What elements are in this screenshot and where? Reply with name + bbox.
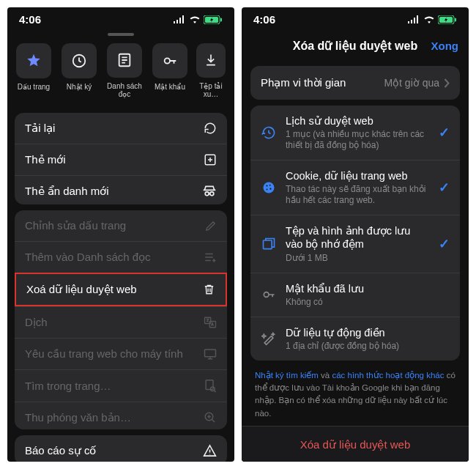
chevron-right-icon <box>444 78 450 88</box>
wifi-icon <box>423 15 435 23</box>
right-screenshot: 4:06 Xóa dữ liệu duyệt web Xong Phạm vi … <box>242 7 469 462</box>
quick-bookmark[interactable]: Dấu trang <box>15 43 53 98</box>
quick-label: Mật khẩu <box>155 83 185 91</box>
menu-label: Thu phóng văn bản… <box>25 411 131 424</box>
history-icon <box>261 125 277 141</box>
signal-icon <box>174 15 186 23</box>
status-bar: 4:06 <box>242 7 469 29</box>
translate-icon <box>204 316 217 329</box>
row-passwords[interactable]: Mật khẩu đã lưu Không có <box>250 273 460 317</box>
svg-point-19 <box>266 185 267 187</box>
row-title: Mật khẩu đã lưu <box>286 282 450 295</box>
quick-label: Dấu trang <box>18 83 50 91</box>
key-icon <box>261 287 277 303</box>
time-range-value: Một giờ qua <box>384 77 439 89</box>
quick-label: Nhật ký <box>67 83 92 91</box>
status-time: 4:06 <box>19 13 41 26</box>
star-icon <box>26 53 42 69</box>
svg-point-7 <box>205 191 209 195</box>
sheet-handle[interactable] <box>108 33 134 36</box>
row-title: Cookie, dữ liệu trang web <box>286 169 430 182</box>
menu-group-1: Tải lại Thẻ mới Thẻ ẩn danh mới <box>15 113 227 205</box>
menu-group-2: Chỉnh sửa dấu trang Thêm vào Danh sách đ… <box>15 210 227 429</box>
row-subtitle: Dưới 1 MB <box>286 253 430 264</box>
signal-icon <box>408 15 420 23</box>
wifi-icon <box>189 15 201 23</box>
data-types-section: Lịch sử duyệt web 1 mục (và nhiều mục kh… <box>250 106 460 361</box>
clock-icon <box>71 53 87 69</box>
svg-rect-2 <box>220 18 222 21</box>
reload-icon <box>204 122 217 135</box>
menu-label: Tải lại <box>25 122 55 135</box>
menu-label: Báo cáo sự cố <box>25 444 96 457</box>
quick-history[interactable]: Nhật ký <box>60 43 98 98</box>
wand-icon <box>261 330 277 347</box>
quick-downloads[interactable]: Tệp tải xu… <box>196 43 226 98</box>
zoom-text-icon <box>204 411 217 424</box>
footnote: Nhật ký tìm kiếm và các hình thức hoạt đ… <box>242 361 469 424</box>
row-autofill[interactable]: Dữ liệu tự động điền 1 địa chỉ (được đồn… <box>250 317 460 361</box>
menu-translate[interactable]: Dịch <box>15 306 227 338</box>
warning-icon <box>203 444 217 457</box>
svg-point-8 <box>210 191 214 195</box>
footnote-link-2[interactable]: các hình thức hoạt động khác <box>332 371 444 380</box>
menu-request-desktop[interactable]: Yêu cầu trang web cho máy tính <box>15 338 227 369</box>
cookie-icon <box>261 180 277 196</box>
find-icon <box>204 379 217 393</box>
status-time: 4:06 <box>253 13 275 26</box>
row-cached[interactable]: Tệp và hình ảnh được lưu vào bộ nhớ đệm … <box>250 215 460 272</box>
menu-label: Thẻ mới <box>25 153 66 166</box>
svg-point-21 <box>267 189 268 191</box>
svg-rect-11 <box>205 350 216 357</box>
reading-list-icon <box>116 52 133 68</box>
monitor-icon <box>204 348 217 360</box>
quick-actions-row: Dấu trang Nhật ký Danh sách đọc Mật khẩu… <box>7 43 234 107</box>
menu-add-reading-list[interactable]: Thêm vào Danh sách đọc <box>15 241 227 273</box>
done-button[interactable]: Xong <box>431 40 459 52</box>
row-cookies[interactable]: Cookie, dữ liệu trang web Thao tác này s… <box>250 160 460 215</box>
quick-reading-list[interactable]: Danh sách đọc <box>105 43 144 98</box>
row-title: Tệp và hình ảnh được lưu vào bộ nhớ đệm <box>286 224 430 251</box>
time-range-section: Phạm vi thời gian Một giờ qua <box>250 66 460 100</box>
menu-new-tab[interactable]: Thẻ mới <box>15 144 227 175</box>
quick-label: Danh sách đọc <box>105 82 144 98</box>
row-subtitle: 1 địa chỉ (được đồng bộ hóa) <box>286 341 450 352</box>
pencil-icon <box>204 220 217 232</box>
menu-label: Chỉnh sửa dấu trang <box>25 219 126 232</box>
status-indicators <box>174 15 223 24</box>
time-range-row[interactable]: Phạm vi thời gian Một giờ qua <box>250 66 460 100</box>
battery-icon <box>204 15 223 24</box>
svg-point-5 <box>165 58 170 63</box>
plus-box-icon <box>204 153 217 166</box>
menu-label: Yêu cầu trang web cho máy tính <box>25 347 183 361</box>
svg-rect-23 <box>264 240 272 249</box>
row-subtitle: Thao tác này sẽ đăng xuất bạn khỏi hầu h… <box>286 184 430 206</box>
menu-reload[interactable]: Tải lại <box>15 113 227 144</box>
menu-text-zoom[interactable]: Thu phóng văn bản… <box>15 402 227 429</box>
menu-label: Xoá dữ liệu duyệt web <box>26 283 137 296</box>
row-subtitle: 1 mục (và nhiều mục khác trên các thiết … <box>286 129 430 151</box>
check-icon: ✓ <box>439 180 450 196</box>
action-bar: Xóa dữ liệu duyệt web <box>242 426 469 462</box>
quick-passwords[interactable]: Mật khẩu <box>151 43 189 98</box>
menu-edit-bookmark[interactable]: Chỉnh sửa dấu trang <box>15 210 227 241</box>
left-screenshot: 4:06 Dấu trang Nhật ký Danh sách đọc Mật… <box>7 7 234 462</box>
svg-point-24 <box>264 292 269 298</box>
svg-point-20 <box>269 185 271 186</box>
row-browsing-history[interactable]: Lịch sử duyệt web 1 mục (và nhiều mục kh… <box>250 106 460 160</box>
menu-new-incognito[interactable]: Thẻ ẩn danh mới <box>15 175 227 205</box>
footnote-link-1[interactable]: Nhật ký tìm kiếm <box>255 371 319 380</box>
menu-report-issue[interactable]: Báo cáo sự cố <box>15 435 227 462</box>
menu-label: Thêm vào Danh sách đọc <box>25 251 151 264</box>
svg-point-22 <box>269 188 271 190</box>
menu-clear-browsing-data[interactable]: Xoá dữ liệu duyệt web <box>15 273 227 306</box>
row-subtitle: Không có <box>286 297 450 308</box>
clear-data-button[interactable]: Xóa dữ liệu duyệt web <box>242 438 469 451</box>
cache-icon <box>261 236 277 252</box>
menu-group-3: Báo cáo sự cố <box>15 435 227 462</box>
status-bar: 4:06 <box>7 7 234 29</box>
menu-label: Dịch <box>25 316 48 329</box>
menu-find-in-page[interactable]: Tìm trong trang… <box>15 369 227 402</box>
key-icon <box>162 53 178 69</box>
check-icon: ✓ <box>439 236 450 252</box>
